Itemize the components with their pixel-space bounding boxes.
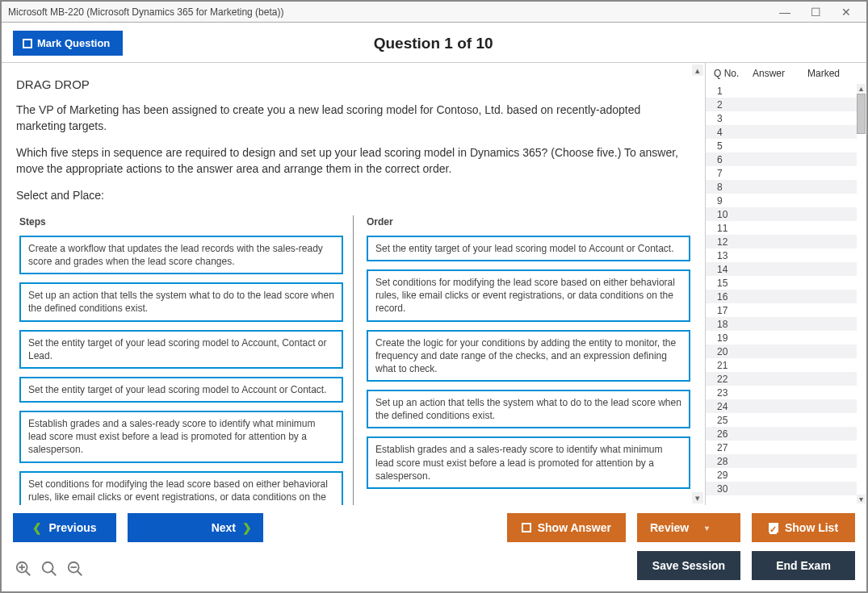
question-list-row[interactable]: 28 — [706, 454, 857, 468]
question-list-row[interactable]: 29 — [706, 468, 857, 482]
step-card[interactable]: Set conditions for modifying the lead sc… — [19, 471, 343, 505]
question-list[interactable]: 1234567891011121314151617181920212223242… — [706, 84, 866, 505]
question-paragraph-2: Which five steps in sequence are require… — [16, 145, 690, 177]
question-list-row[interactable]: 25 — [706, 413, 857, 427]
order-card[interactable]: Set up an action that tells the system w… — [367, 390, 690, 428]
question-list-row[interactable]: 11 — [706, 221, 857, 235]
show-list-label: Show List — [785, 521, 838, 534]
question-list-row[interactable]: 16 — [706, 290, 857, 303]
question-list-row[interactable]: 5 — [706, 139, 857, 152]
question-list-row[interactable]: 24 — [706, 399, 857, 413]
step-card[interactable]: Set the entity target of your lead scori… — [19, 330, 343, 369]
svg-line-1 — [26, 571, 31, 576]
question-list-row[interactable]: 2 — [706, 98, 857, 111]
maximize-icon[interactable]: ☐ — [802, 4, 829, 20]
chevron-right-icon: ❯ — [242, 521, 252, 534]
footer-primary-row: ❮ Previous Next ❯ Show Answer Review ▾ S… — [13, 513, 855, 542]
question-list-row[interactable]: 27 — [706, 441, 857, 454]
question-list-row[interactable]: 3 — [706, 111, 857, 125]
svg-line-7 — [78, 571, 82, 576]
app-window: Microsoft MB-220 (Microsoft Dynamics 365… — [0, 0, 868, 593]
col-answer: Answer — [753, 68, 807, 79]
order-card[interactable]: Establish grades and a sales-ready score… — [367, 436, 690, 489]
question-list-row[interactable]: 9 — [706, 194, 857, 207]
col-qno: Q No. — [714, 68, 753, 79]
checkbox-icon — [522, 523, 531, 532]
checkbox-checked-icon — [769, 523, 778, 532]
mark-question-label: Mark Question — [37, 37, 110, 49]
question-content: ▴ ▾ DRAG DROP The VP of Marketing has be… — [2, 63, 705, 505]
question-list-panel: Q No. Answer Marked 12345678910111213141… — [705, 63, 866, 505]
review-label: Review — [650, 521, 689, 534]
save-session-label: Save Session — [652, 559, 725, 572]
save-session-button[interactable]: Save Session — [637, 551, 740, 580]
footer-secondary-row: Save Session End Exam — [13, 550, 855, 580]
question-list-row[interactable]: 19 — [706, 331, 857, 345]
zoom-controls — [13, 560, 84, 580]
question-paragraph-1: The VP of Marketing has been assigned to… — [16, 102, 690, 134]
svg-line-5 — [52, 571, 57, 576]
question-list-row[interactable]: 4 — [706, 125, 857, 139]
next-label: Next — [212, 521, 236, 534]
question-list-row[interactable]: 20 — [706, 345, 857, 358]
step-card[interactable]: Establish grades and a sales-ready score… — [19, 411, 343, 463]
question-counter: Question 1 of 10 — [123, 35, 744, 52]
select-and-place-label: Select and Place: — [16, 188, 690, 204]
question-list-row[interactable]: 6 — [706, 152, 857, 166]
minimize-icon[interactable]: — — [771, 4, 799, 20]
order-card[interactable]: Set the entity target of your lead scori… — [367, 236, 690, 261]
question-list-row[interactable]: 21 — [706, 358, 857, 372]
title-bar: Microsoft MB-220 (Microsoft Dynamics 365… — [2, 2, 866, 23]
show-answer-label: Show Answer — [538, 521, 611, 534]
top-bar: Mark Question Question 1 of 10 — [2, 23, 866, 62]
order-card[interactable]: Set conditions for modifying the lead sc… — [367, 269, 690, 322]
question-list-row[interactable]: 8 — [706, 180, 857, 194]
drag-drop-area: Steps Create a workflow that updates the… — [16, 215, 690, 505]
question-list-row[interactable]: 10 — [706, 207, 857, 221]
steps-column: Steps Create a workflow that updates the… — [16, 215, 354, 505]
caret-down-icon: ▾ — [705, 524, 709, 532]
question-list-row[interactable]: 12 — [706, 235, 857, 248]
list-scrollbar-thumb[interactable] — [857, 94, 866, 134]
order-header: Order — [367, 215, 690, 229]
list-scroll-down-icon[interactable]: ▾ — [857, 495, 866, 503]
question-list-row[interactable]: 13 — [706, 248, 857, 262]
question-list-row[interactable]: 7 — [706, 166, 857, 180]
checkbox-icon — [23, 39, 32, 48]
scroll-down-icon[interactable]: ▾ — [692, 492, 703, 503]
next-button[interactable]: Next ❯ — [128, 513, 263, 542]
show-answer-button[interactable]: Show Answer — [507, 513, 626, 542]
mark-question-button[interactable]: Mark Question — [13, 31, 123, 56]
question-list-row[interactable]: 30 — [706, 482, 857, 495]
zoom-reset-icon[interactable] — [40, 560, 58, 580]
window-title: Microsoft MB-220 (Microsoft Dynamics 365… — [8, 6, 283, 18]
order-card[interactable]: Create the logic for your conditions by … — [367, 330, 690, 382]
end-exam-button[interactable]: End Exam — [752, 551, 855, 580]
previous-label: Previous — [48, 521, 96, 534]
question-list-row[interactable]: 26 — [706, 427, 857, 441]
step-card[interactable]: Set up an action that tells the system w… — [19, 282, 343, 321]
col-marked: Marked — [807, 68, 863, 79]
previous-button[interactable]: ❮ Previous — [13, 513, 116, 542]
question-list-row[interactable]: 17 — [706, 303, 857, 317]
question-list-row[interactable]: 22 — [706, 372, 857, 386]
question-list-row[interactable]: 23 — [706, 386, 857, 399]
scroll-up-icon[interactable]: ▴ — [692, 65, 703, 76]
question-list-row[interactable]: 1 — [706, 84, 857, 98]
question-list-header: Q No. Answer Marked — [706, 63, 866, 84]
step-card[interactable]: Set the entity target of your lead scori… — [19, 377, 343, 403]
end-exam-label: End Exam — [776, 559, 831, 572]
zoom-out-icon[interactable] — [66, 560, 84, 580]
question-list-row[interactable]: 14 — [706, 262, 857, 276]
question-list-row[interactable]: 18 — [706, 317, 857, 331]
show-list-button[interactable]: Show List — [752, 513, 855, 542]
review-button[interactable]: Review ▾ — [637, 513, 740, 542]
list-scroll-up-icon[interactable]: ▴ — [857, 84, 866, 93]
steps-header: Steps — [19, 215, 343, 229]
close-icon[interactable]: ✕ — [832, 4, 860, 20]
zoom-in-icon[interactable] — [15, 560, 32, 580]
svg-point-4 — [43, 562, 53, 573]
chevron-left-icon: ❮ — [32, 521, 42, 534]
step-card[interactable]: Create a workflow that updates the lead … — [19, 236, 343, 274]
question-list-row[interactable]: 15 — [706, 276, 857, 290]
